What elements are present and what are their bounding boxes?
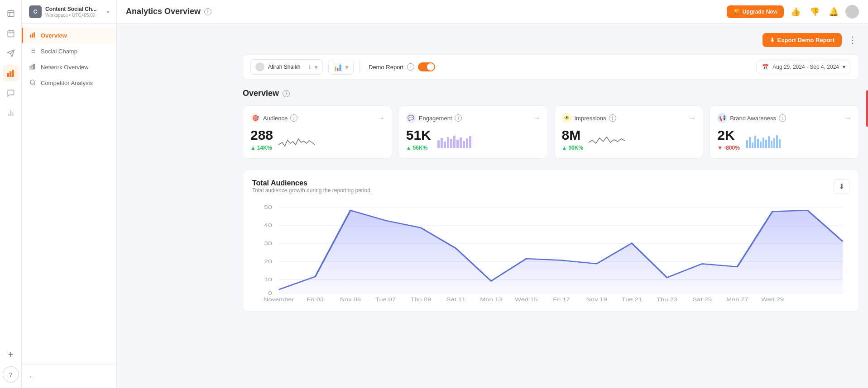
sidebar-collapse-btn[interactable]: ←	[29, 370, 109, 383]
platform-chevron-icon: ▾	[345, 63, 349, 71]
topbar: Analytics Overview i 🏆 Upgrade Now 👍 👎 🔔	[117, 0, 868, 24]
svg-rect-8	[10, 71, 11, 76]
content-header: ⬇ Export Demo Report ⋮	[243, 33, 859, 47]
chart-subtitle: Total audience growth during the reporti…	[252, 187, 372, 194]
engagement-value: 51K	[406, 128, 431, 142]
sidebar-item-network-overview[interactable]: Network Overview	[22, 59, 116, 75]
sidebar: C Content Social Ch... Workspace • UTC+0…	[22, 0, 117, 388]
overview-section-title: Overview i	[243, 89, 859, 98]
stat-card-impressions-header: 👁 Impressions i →	[562, 113, 696, 123]
brand-awareness-info-icon[interactable]: i	[779, 114, 786, 122]
svg-text:Wed 15: Wed 15	[515, 297, 537, 302]
page-title-text: Analytics Overview	[126, 7, 201, 16]
icon-bar-calendar[interactable]	[3, 25, 19, 42]
svg-text:Mon 13: Mon 13	[480, 297, 502, 302]
overview-info-icon[interactable]: i	[283, 90, 290, 97]
page-title-info-icon[interactable]: i	[204, 8, 211, 15]
audience-value: 288	[250, 128, 273, 142]
icon-bar-messages[interactable]	[3, 85, 19, 101]
platform-filter[interactable]: 📊 ▾	[328, 60, 354, 75]
icon-bar-analytics[interactable]	[3, 65, 19, 81]
total-audiences-svg: 50 40 30 20 10 0	[252, 203, 849, 302]
date-range-picker[interactable]: 📅 Aug 29, 2024 - Sep 4, 2024 ▾	[756, 61, 851, 73]
brand-awareness-sparkline	[745, 133, 851, 151]
impressions-arrow-button[interactable]: →	[689, 114, 695, 122]
svg-rect-30	[447, 137, 449, 148]
svg-rect-36	[466, 138, 468, 148]
svg-text:Sat 11: Sat 11	[446, 297, 465, 302]
svg-text:Thu 09: Thu 09	[410, 297, 431, 302]
impressions-label: 👁 Impressions i	[562, 113, 616, 123]
upgrade-now-button[interactable]: 🏆 Upgrade Now	[727, 5, 784, 18]
stat-card-audience-header: 🎯 Audience i →	[250, 113, 384, 123]
svg-rect-13	[30, 35, 31, 38]
brand-awareness-label-text: Brand Awareness	[730, 115, 776, 122]
sidebar-item-competitor-analysis[interactable]: Competitor Analysis	[22, 75, 116, 91]
svg-rect-48	[773, 138, 775, 148]
svg-text:40: 40	[264, 222, 272, 228]
audience-change-value: 14K%	[257, 145, 272, 151]
impressions-change: ▲ 90K%	[562, 145, 584, 151]
stat-card-impressions: 👁 Impressions i → 8M ▲ 90K%	[554, 105, 704, 159]
more-options-button[interactable]: ⋮	[846, 33, 859, 47]
sidebar-item-label-competitor: Competitor Analysis	[41, 80, 93, 86]
icon-bar-listening[interactable]	[3, 105, 19, 121]
svg-rect-33	[456, 140, 459, 148]
impressions-info-icon[interactable]: i	[609, 114, 616, 122]
impressions-sparkline	[589, 133, 695, 151]
icon-bar-send[interactable]	[3, 45, 19, 62]
thumbsup-button[interactable]: 👍	[788, 5, 803, 19]
icon-bar-add[interactable]: +	[3, 346, 19, 363]
svg-text:Mon 27: Mon 27	[726, 297, 748, 302]
account-selector[interactable]: Afirah Shaikh ℹ ▾	[250, 59, 323, 75]
account-info-icon: ℹ	[309, 64, 311, 70]
audience-info-icon[interactable]: i	[290, 114, 297, 122]
svg-rect-49	[776, 135, 778, 148]
svg-rect-45	[765, 140, 767, 148]
svg-rect-38	[746, 140, 748, 148]
chart-download-button[interactable]: ⬇	[834, 179, 849, 194]
svg-rect-39	[749, 137, 751, 148]
svg-rect-31	[450, 139, 452, 148]
collapse-icon: ←	[29, 373, 35, 380]
brand-awareness-arrow-button[interactable]: →	[845, 114, 851, 122]
svg-line-26	[34, 84, 35, 85]
notifications-button[interactable]: 🔔	[826, 5, 841, 19]
sidebar-item-social-champ[interactable]: Social Champ	[22, 43, 116, 59]
engagement-info-icon[interactable]: i	[455, 114, 462, 122]
thumbsdown-button[interactable]: 👎	[807, 5, 822, 19]
engagement-change-arrow: ▲	[406, 145, 412, 151]
topbar-actions: 🏆 Upgrade Now 👍 👎 🔔	[727, 5, 859, 19]
svg-text:Nov 06: Nov 06	[340, 297, 361, 302]
svg-rect-9	[12, 70, 14, 76]
download-icon: ⬇	[770, 37, 775, 43]
upgrade-btn-label: Upgrade Now	[743, 9, 777, 15]
engagement-label: 💬 Engagement i	[406, 113, 462, 123]
stat-card-audience-body: 288 ▲ 14K%	[250, 128, 384, 151]
network-icon	[29, 63, 36, 71]
trophy-icon: 🏆	[733, 9, 740, 15]
sidebar-item-overview[interactable]: Overview	[22, 28, 116, 43]
export-demo-report-button[interactable]: ⬇ Export Demo Report	[762, 33, 842, 47]
svg-rect-42	[757, 139, 759, 148]
stat-card-brand-awareness-header: 📢 Brand Awareness i →	[717, 113, 851, 123]
icon-bar-help[interactable]: ?	[3, 366, 19, 383]
toggle-knob	[427, 63, 434, 71]
svg-text:20: 20	[264, 259, 272, 264]
stat-card-engagement-header: 💬 Engagement i →	[406, 113, 540, 123]
account-avatar	[255, 62, 264, 71]
svg-rect-29	[444, 142, 446, 148]
svg-text:Tue 07: Tue 07	[375, 297, 396, 302]
brand-awareness-label: 📢 Brand Awareness i	[717, 113, 786, 123]
demo-report-toggle[interactable]	[418, 62, 435, 71]
brand-awareness-change: ▼ -800%	[717, 145, 740, 151]
svg-text:Fri 03: Fri 03	[307, 297, 324, 302]
workspace-selector[interactable]: C Content Social Ch... Workspace • UTC+0…	[22, 0, 116, 24]
engagement-arrow-button[interactable]: →	[534, 114, 540, 122]
audience-arrow-button[interactable]: →	[378, 114, 384, 122]
icon-bar-compose[interactable]	[3, 5, 19, 22]
user-avatar[interactable]	[845, 5, 859, 19]
svg-text:Tue 21: Tue 21	[622, 297, 642, 302]
audience-value-group: 288 ▲ 14K%	[250, 128, 273, 151]
total-audiences-chart-card: Total Audiences Total audience growth du…	[243, 170, 859, 312]
